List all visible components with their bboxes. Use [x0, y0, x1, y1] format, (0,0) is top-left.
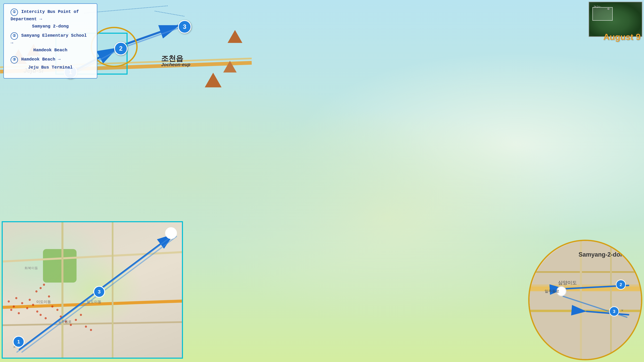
x-marker: ⊗ [10, 308, 12, 312]
mountain-icon [205, 73, 222, 87]
x-marker: ⊗ [18, 311, 20, 315]
x-marker: ⊗ [8, 299, 10, 304]
x-marker: ⊗ [60, 314, 62, 319]
inset-road-3 [3, 321, 183, 326]
main-map: ✈ Jeju-si 조천읍 Jocheon-eup 1 2 3 Jeju- Au… [0, 0, 644, 362]
samyang-dong-label: Samyang-2-dong [578, 251, 628, 258]
br-road-v [580, 241, 582, 360]
inset-map-bottom-left: ⊗ ⊗ ⊗ ⊗ ⊗ ⊗ ⊗ ⊗ ⊗ ⊗ ⊗ ⊗ ⊗ ⊗ ⊗ ⊗ ⊗ ⊗ ⊗ ⊗ … [2, 221, 183, 359]
waypoint-3-main: 3 [178, 20, 191, 33]
inset-road-2 [3, 251, 183, 263]
x-marker: ⊗ [21, 301, 23, 305]
br-road-2 [530, 310, 642, 312]
road-label-ildo: 일도이동 [86, 299, 102, 304]
legend-num-3: ③ [10, 56, 18, 63]
x-marker: ⊗ [45, 316, 47, 320]
inset-map-bottom-right: Samyang-2-dong 삼양이도 일주동로 2 3 ✕ [528, 240, 642, 360]
x-marker: ⊗ [36, 289, 38, 293]
mini-map-rect [592, 7, 612, 21]
road-label-1132: 일주동로 [58, 319, 72, 324]
date-label: August 9 [604, 32, 641, 42]
legend-sub-3: Jeju Bus Terminal [10, 64, 90, 71]
legend-text-1: Intercity Bus Point of Department → [10, 9, 79, 22]
x-marker: ⊗ [40, 313, 42, 317]
legend-sub-1: Samyang 2-dong [10, 23, 90, 30]
x-marker: ⊗ [75, 318, 77, 322]
x-marker: ⊗ [90, 328, 92, 332]
x-marker: ⊗ [13, 304, 15, 309]
x-marker: ⊗ [32, 303, 34, 307]
legend-box: ① Intercity Bus Point of Department → Sa… [3, 3, 97, 79]
inset-road-v1 [62, 222, 64, 359]
mountain-icon [223, 61, 237, 73]
legend-item-2: ② Samyang Elementary School → Hamdeok Be… [10, 32, 90, 53]
br-road-v2 [610, 241, 612, 360]
legend-text-2: Samyang Elementary School → [10, 33, 87, 45]
road-label-ido: 이도이동 [36, 299, 51, 304]
inset-map-bl-background: ⊗ ⊗ ⊗ ⊗ ⊗ ⊗ ⊗ ⊗ ⊗ ⊗ ⊗ ⊗ ⊗ ⊗ ⊗ ⊗ ⊗ ⊗ ⊗ ⊗ … [3, 222, 182, 358]
waypoint-3-inset-bl: 3 [93, 286, 105, 298]
x-marker: ⊗ [29, 298, 31, 302]
mini-map-island: Jeju- [589, 2, 642, 36]
legend-num-2: ② [10, 32, 18, 40]
br-kr-label-samyang: 삼양이도 [558, 280, 577, 286]
x-marker: ⊗ [80, 313, 82, 317]
x-marker: ⊗ [15, 296, 17, 300]
legend-text-3: Hamdeok Beach → [21, 57, 60, 62]
x-marker: ⊗ [36, 309, 38, 314]
jocheon-en-label: Jocheon-eup [161, 62, 190, 67]
park-area [43, 249, 76, 283]
mini-map-dot [608, 8, 609, 10]
mountain-icon [228, 30, 242, 43]
x-marker: ⊗ [51, 304, 53, 309]
x-marker: ⊗ [26, 306, 28, 310]
br-kr-label-road: 일주동로 [545, 289, 560, 294]
inset-bl-route-svg [3, 222, 183, 359]
inset-road-v2 [112, 222, 114, 359]
legend-num-1: ① [10, 8, 18, 16]
legend-sub-2: Hamdeok Beach [10, 47, 90, 53]
br-bg-fill [530, 241, 642, 360]
road-label-3: 화북이동 [24, 266, 38, 270]
x-marker: ⊗ [40, 286, 42, 290]
x-symbol-bl: ✕ [13, 344, 16, 350]
inset-map-br-background: Samyang-2-dong 삼양이도 일주동로 2 3 ✕ [530, 241, 641, 359]
legend-item-1: ① Intercity Bus Point of Department → Sa… [10, 8, 90, 30]
br-road-3 [530, 271, 642, 273]
x-symbol-br: ✕ [621, 308, 623, 313]
legend-item-3: ③ Hamdeok Beach → Jeju Bus Terminal [10, 56, 90, 71]
x-marker: ⊗ [85, 325, 87, 329]
waypoint-2-inset-br: 2 [616, 280, 626, 290]
x-marker: ⊗ [56, 308, 58, 312]
waypoint-top-inset-bl [165, 227, 177, 239]
x-marker: ⊗ [43, 283, 45, 287]
waypoint-3-inset-br: 3 [609, 306, 619, 316]
waypoint-2-main: 2 [114, 42, 128, 55]
mini-map: Jeju- [588, 2, 642, 37]
x-marker: ⊗ [48, 294, 50, 299]
